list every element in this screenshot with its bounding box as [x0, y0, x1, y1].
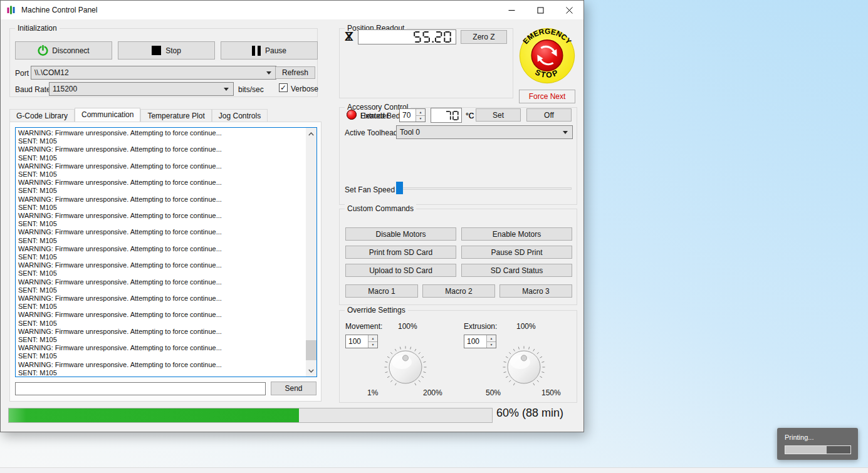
heater-current-temp-display — [431, 108, 462, 123]
tab[interactable]: Temperature Plot — [140, 109, 211, 122]
override-knob[interactable] — [501, 343, 547, 390]
spin-down-icon[interactable]: ▼ — [416, 115, 425, 122]
macro-button[interactable]: Macro 2 — [422, 284, 495, 298]
estop-mushroom — [531, 40, 563, 71]
log-line: SENT: M105 — [18, 303, 306, 311]
custom-command-button[interactable]: SD Card Status — [461, 264, 572, 277]
log-line: WARNING: Firmware unresponsive. Attempti… — [18, 195, 306, 204]
log-line: WARNING: Firmware unresponsive. Attempti… — [18, 228, 306, 236]
tabstrip: G-Code LibraryCommunicationTemperature P… — [9, 108, 268, 122]
stop-icon — [152, 46, 161, 55]
log-line: SENT: M105 — [18, 320, 306, 328]
log-scrollbar[interactable] — [306, 128, 316, 377]
force-next-button[interactable]: Force Next — [519, 90, 575, 103]
log-line: SENT: M105 — [18, 154, 306, 162]
heater-name: Heated Bed — [360, 112, 400, 120]
spin-down-icon[interactable]: ▼ — [369, 341, 377, 348]
chevron-up-icon — [308, 132, 314, 136]
fan-speed-slider-track[interactable] — [400, 187, 572, 190]
command-input[interactable] — [15, 382, 266, 395]
custom-command-button[interactable]: Print from SD Card — [345, 246, 456, 259]
printing-toast-progress — [785, 445, 851, 454]
baud-rate-label: Baud Rate — [15, 85, 51, 94]
zero-axis-button[interactable]: Zero Z — [461, 30, 507, 44]
spinner-buttons[interactable]: ▲▼ — [416, 109, 425, 122]
maximize-button[interactable] — [526, 1, 555, 19]
axis-letter: Z — [345, 29, 353, 44]
emergency-stop-button[interactable]: EMERGENCY STOP — [518, 27, 576, 85]
log-line: SENT: M105 — [18, 286, 306, 294]
dial-value-spinner[interactable]: 100 ▲▼ — [464, 335, 496, 348]
accessory-control-group: Accessory Control Active Toolhead Tool 0… — [339, 107, 577, 205]
active-toolhead-combobox[interactable]: Tool 0 — [396, 125, 573, 139]
refresh-button[interactable]: Refresh — [275, 66, 315, 79]
verbose-checkbox[interactable]: ✓ — [279, 83, 288, 92]
tab[interactable]: Communication — [75, 108, 140, 122]
override-dial: Movement: 100% 100 ▲▼ 1% 200% — [340, 311, 458, 403]
communication-tab-panel: WARNING: Firmware unresponsive. Attempti… — [9, 122, 322, 402]
dial-max-percent: 150% — [541, 388, 561, 397]
active-toolhead-label: Active Toolhead — [345, 128, 398, 137]
scroll-down-button[interactable] — [306, 365, 316, 376]
log-line: SENT: M105 — [18, 352, 306, 360]
fan-speed-slider-handle[interactable] — [396, 182, 403, 194]
heater-off-button[interactable]: Off — [526, 108, 572, 122]
minimize-icon — [508, 7, 515, 14]
power-icon — [38, 45, 48, 56]
knob-indicator — [403, 355, 409, 361]
fan-speed-label: Set Fan Speed — [345, 185, 395, 194]
baud-rate-combobox[interactable]: 115200 — [49, 82, 234, 96]
dial-top-percent: 100% — [398, 322, 417, 331]
log-line: SENT: M105 — [18, 336, 306, 344]
printing-toast: Printing... — [777, 428, 858, 460]
heater-setpoint-spinner[interactable]: 70 ▲▼ — [399, 108, 426, 122]
taskbar[interactable] — [0, 467, 868, 473]
dial-label: Movement: — [345, 322, 382, 331]
log-line: WARNING: Firmware unresponsive. Attempti… — [18, 212, 306, 220]
spin-up-icon[interactable]: ▲ — [416, 109, 425, 115]
app-icon — [6, 5, 16, 15]
communication-log[interactable]: WARNING: Firmware unresponsive. Attempti… — [15, 127, 317, 377]
disconnect-button[interactable]: Disconnect — [15, 41, 112, 60]
spin-down-icon[interactable]: ▼ — [487, 341, 496, 348]
override-knob[interactable] — [382, 343, 429, 390]
print-progress-bar — [8, 408, 493, 423]
chevron-down-icon — [563, 131, 568, 134]
log-line: SENT: M105 — [18, 237, 306, 245]
log-line: WARNING: Firmware unresponsive. Attempti… — [18, 311, 306, 319]
minimize-button[interactable] — [497, 1, 526, 19]
log-lines: WARNING: Firmware unresponsive. Attempti… — [16, 128, 306, 377]
set-label: Set — [493, 111, 504, 120]
spinner-buttons[interactable]: ▲▼ — [486, 335, 496, 348]
dial-value-spinner[interactable]: 100 ▲▼ — [345, 335, 378, 348]
log-line: WARNING: Firmware unresponsive. Attempti… — [18, 129, 306, 137]
log-line: SENT: M105 — [18, 187, 306, 195]
pause-button[interactable]: Pause — [221, 41, 318, 60]
tab[interactable]: Jog Controls — [212, 109, 268, 122]
log-line: WARNING: Firmware unresponsive. Attempti… — [18, 361, 306, 369]
spin-up-icon[interactable]: ▲ — [487, 335, 496, 341]
heater-set-button[interactable]: Set — [476, 108, 521, 122]
send-button[interactable]: Send — [271, 382, 316, 395]
heater-status-led-icon — [347, 110, 357, 120]
baud-rate-value: 115200 — [53, 85, 77, 93]
pause-icon — [252, 46, 261, 56]
macro-button[interactable]: Macro 3 — [499, 284, 572, 298]
spin-up-icon[interactable]: ▲ — [369, 335, 377, 341]
macro-button[interactable]: Macro 1 — [345, 284, 418, 298]
scrollbar-thumb[interactable] — [306, 340, 316, 360]
close-button[interactable] — [555, 1, 583, 19]
stop-button[interactable]: Stop — [118, 41, 215, 60]
custom-command-button[interactable]: Pause SD Print — [461, 246, 572, 259]
custom-command-button[interactable]: Enable Motors — [461, 227, 572, 241]
scroll-up-button[interactable] — [306, 128, 316, 139]
log-line: SENT: M105 — [18, 137, 306, 145]
log-line: WARNING: Firmware unresponsive. Attempti… — [18, 261, 306, 269]
custom-command-button[interactable]: Disable Motors — [345, 227, 456, 241]
axis-position-display — [358, 29, 456, 44]
log-line: WARNING: Firmware unresponsive. Attempti… — [18, 162, 306, 170]
spinner-buttons[interactable]: ▲▼ — [368, 335, 377, 348]
tab[interactable]: G-Code Library — [9, 109, 75, 122]
port-combobox[interactable]: \\.\COM12 — [31, 66, 276, 80]
custom-command-button[interactable]: Upload to SD Card — [345, 264, 456, 277]
